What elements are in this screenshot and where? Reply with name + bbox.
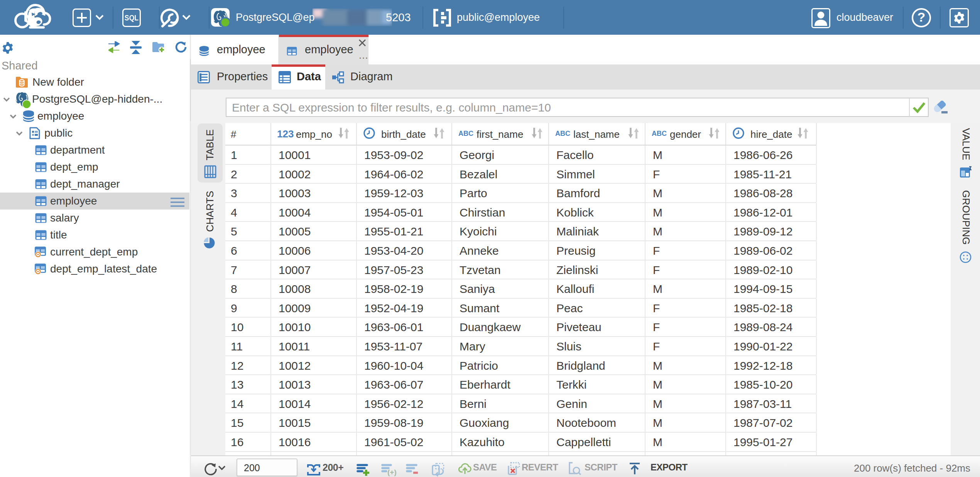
svg-text:(+): (+) [387,468,397,476]
